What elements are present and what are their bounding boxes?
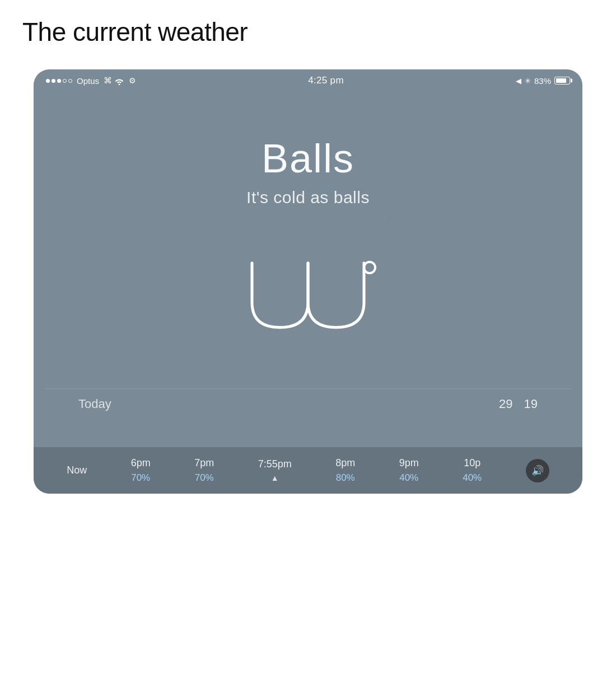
hour-label-10p: 10p — [464, 457, 480, 469]
battery-percent: 83% — [534, 76, 551, 86]
hour-label-9pm: 9pm — [399, 457, 419, 469]
signal-dot-2 — [52, 79, 55, 83]
weather-main: Balls It's cold as balls Today 29 19 — [34, 91, 582, 447]
hour-now: Now — [67, 465, 87, 476]
hour-label-now: Now — [67, 465, 87, 476]
settings-icon: ⚙ — [129, 76, 136, 85]
hour-9pm: 9pm 40% — [399, 457, 419, 484]
today-temps: 29 19 — [499, 397, 538, 411]
battery-fill — [556, 78, 566, 83]
hour-label-8pm: 8pm — [335, 457, 355, 469]
hourly-row: Now 6pm 70% 7pm 70% 7:55pm ▲ 8pm 80% 9pm… — [34, 447, 582, 494]
sound-button[interactable]: 🔊 — [526, 459, 549, 482]
today-label: Today — [78, 397, 111, 411]
hour-precip-10p: 40% — [463, 472, 482, 484]
battery-indicator — [554, 77, 570, 85]
status-bar: Optus ⌘ ⚙ 4:25 pm ◀ ✳ 83% — [34, 69, 582, 91]
hour-arrow-755pm: ▲ — [271, 473, 279, 482]
low-temp: 19 — [524, 397, 538, 411]
high-temp: 29 — [499, 397, 512, 411]
bluetooth-icon: ✳ — [525, 77, 531, 85]
battery-body — [554, 77, 570, 85]
wifi-icon: ⌘ — [104, 76, 124, 86]
carrier-name: Optus — [77, 76, 99, 86]
hour-label-7pm: 7pm — [194, 457, 214, 469]
weather-description: It's cold as balls — [246, 188, 370, 207]
hour-6pm: 6pm 70% — [131, 457, 151, 484]
signal-dots — [46, 79, 72, 83]
status-left: Optus ⌘ ⚙ — [46, 76, 136, 86]
hour-label-6pm: 6pm — [131, 457, 151, 469]
svg-point-0 — [364, 262, 375, 273]
sound-icon: 🔊 — [531, 465, 544, 477]
signal-dot-4 — [63, 79, 67, 83]
hour-7pm: 7pm 70% — [194, 457, 214, 484]
location-icon: ◀ — [516, 77, 521, 85]
hour-label-755pm: 7:55pm — [258, 458, 292, 470]
signal-dot-1 — [46, 79, 50, 83]
phone-frame: Optus ⌘ ⚙ 4:25 pm ◀ ✳ 83% Balls It's col… — [34, 69, 582, 494]
weather-condition: Balls — [262, 135, 354, 181]
page-title: The current weather — [22, 17, 594, 47]
status-time: 4:25 pm — [308, 75, 344, 86]
status-right: ◀ ✳ 83% — [516, 76, 570, 86]
hour-precip-9pm: 40% — [399, 472, 418, 484]
hour-10p: 10p 40% — [463, 457, 482, 484]
signal-dot-5 — [68, 79, 72, 83]
hour-precip-6pm: 70% — [131, 472, 150, 484]
today-row: Today 29 19 — [45, 388, 571, 419]
hour-755pm: 7:55pm ▲ — [258, 458, 292, 482]
weather-icon — [235, 246, 381, 338]
signal-dot-3 — [57, 79, 61, 83]
hour-precip-8pm: 80% — [336, 472, 355, 484]
hour-precip-7pm: 70% — [195, 472, 214, 484]
hour-8pm: 8pm 80% — [335, 457, 355, 484]
